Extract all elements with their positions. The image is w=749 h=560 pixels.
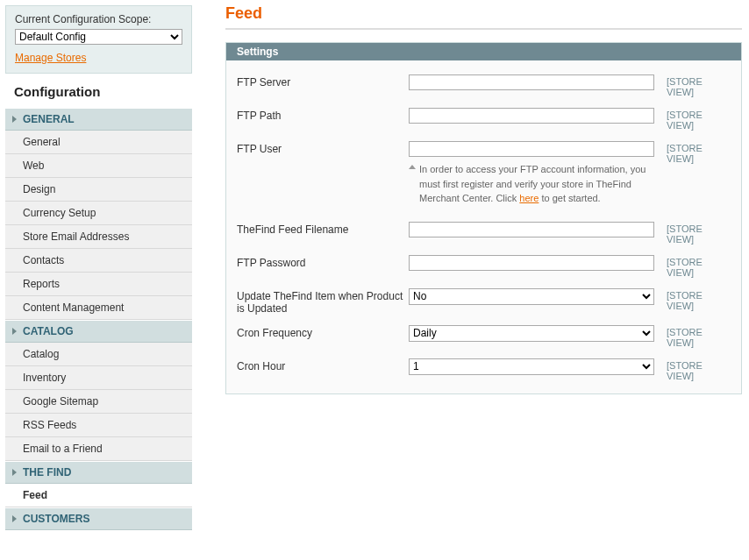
manage-stores-link[interactable]: Manage Stores [15, 52, 86, 64]
settings-panel-header[interactable]: Settings [226, 43, 741, 60]
ftp-password-label: FTP Password [237, 255, 409, 269]
cron-frequency-select[interactable]: DailyWeeklyMonthly [409, 325, 654, 342]
ftp-path-label: FTP Path [237, 108, 409, 122]
config-nav: GENERALGeneralWebDesignCurrency SetupSto… [5, 108, 192, 530]
ftp-server-label: FTP Server [237, 74, 409, 89]
nav-item-currency-setup[interactable]: Currency Setup [5, 202, 192, 225]
settings-panel: Settings FTP Server [STORE VIEW] FTP Pat… [225, 42, 742, 394]
scope-tag: [STORE VIEW] [667, 222, 731, 245]
scope-tag: [STORE VIEW] [667, 288, 731, 311]
nav-item-design[interactable]: Design [5, 178, 192, 202]
nav-header-catalog[interactable]: CATALOG [5, 320, 192, 343]
nav-item-google-sitemap[interactable]: Google Sitemap [5, 390, 192, 414]
nav-item-inventory[interactable]: Inventory [5, 366, 192, 390]
ftp-password-input[interactable] [409, 255, 654, 271]
scope-tag: [STORE VIEW] [667, 325, 731, 348]
ftp-server-input[interactable] [409, 74, 654, 90]
scope-tag: [STORE VIEW] [667, 141, 731, 164]
update-item-label: Update TheFind Item when Product is Upda… [237, 288, 409, 315]
feed-filename-input[interactable] [409, 222, 654, 237]
ftp-user-note: In order to access your FTP account info… [409, 162, 654, 206]
page-title: Feed [225, 4, 742, 23]
nav-header-customers[interactable]: CUSTOMERS [5, 507, 192, 530]
nav-item-feed[interactable]: Feed [5, 484, 192, 507]
title-rule [225, 28, 742, 30]
nav-item-email-to-a-friend[interactable]: Email to a Friend [5, 437, 192, 461]
nav-header-the-find[interactable]: THE FIND [5, 461, 192, 484]
cron-hour-select[interactable]: 01234567891011121314151617181920212223 [409, 358, 654, 375]
nav-item-contacts[interactable]: Contacts [5, 249, 192, 273]
update-item-select[interactable]: NoYes [409, 288, 654, 305]
nav-item-rss-feeds[interactable]: RSS Feeds [5, 414, 192, 437]
scope-switcher: Current Configuration Scope: Default Con… [5, 5, 192, 74]
scope-tag: [STORE VIEW] [667, 74, 731, 97]
nav-item-web[interactable]: Web [5, 154, 192, 178]
ftp-user-input[interactable] [409, 141, 654, 157]
cron-frequency-label: Cron Frequency [237, 325, 409, 339]
scope-tag: [STORE VIEW] [667, 255, 731, 278]
nav-item-general[interactable]: General [5, 131, 192, 154]
scope-select[interactable]: Default Config [15, 29, 182, 45]
scope-tag: [STORE VIEW] [667, 108, 731, 131]
feed-filename-label: TheFind Feed Filename [237, 222, 409, 236]
nav-item-reports[interactable]: Reports [5, 273, 192, 296]
nav-item-catalog[interactable]: Catalog [5, 343, 192, 366]
cron-hour-label: Cron Hour [237, 358, 409, 372]
scope-label: Current Configuration Scope: [15, 13, 182, 25]
ftp-path-input[interactable] [409, 108, 654, 124]
nav-item-content-management[interactable]: Content Management [5, 296, 192, 320]
config-heading: Configuration [5, 74, 192, 108]
scope-tag: [STORE VIEW] [667, 358, 731, 381]
nav-item-store-email-addresses[interactable]: Store Email Addresses [5, 225, 192, 249]
ftp-user-label: FTP User [237, 141, 409, 155]
nav-header-general[interactable]: GENERAL [5, 108, 192, 131]
register-here-link[interactable]: here [519, 193, 539, 203]
